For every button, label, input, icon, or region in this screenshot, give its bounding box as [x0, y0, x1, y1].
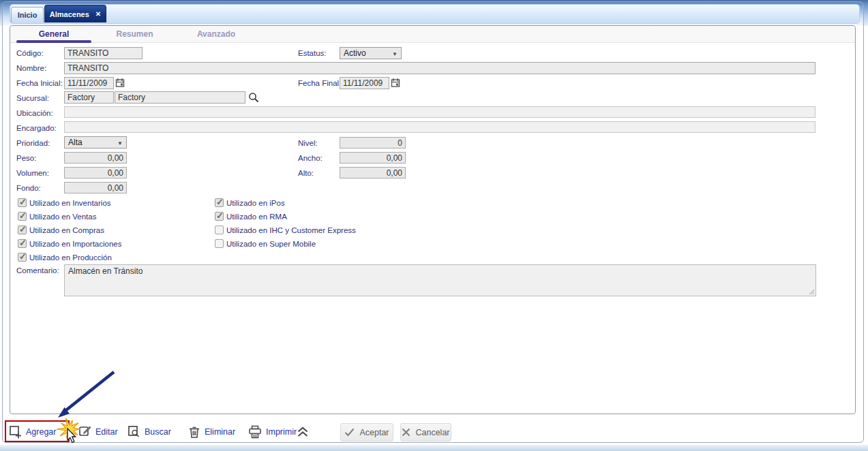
dropdown-arrow-icon	[117, 138, 123, 147]
checkbox-utilizado-produccion[interactable]	[18, 253, 27, 262]
editar-label: Editar	[95, 427, 118, 437]
checkbox-utilizado-inventarios[interactable]	[18, 198, 27, 207]
sucursal-code-field[interactable]	[64, 91, 114, 104]
imprimir-label: Imprimir	[266, 427, 297, 437]
sucursal-label: Sucursal:	[16, 94, 49, 102]
fecha-final-label: Fecha Final:	[298, 79, 341, 87]
codigo-field[interactable]	[64, 47, 143, 59]
calendar-icon[interactable]	[391, 78, 400, 88]
tab-resumen[interactable]: Resumen	[95, 26, 174, 42]
alto-field[interactable]	[340, 167, 406, 178]
form-panel	[10, 25, 856, 414]
printer-icon	[248, 425, 262, 439]
checkbox-label: Utilizado en Ventas	[29, 213, 96, 221]
close-tab-icon[interactable]: ✕	[95, 11, 101, 18]
prioridad-label: Prioridad:	[16, 139, 50, 147]
dropdown-arrow-icon	[392, 48, 398, 58]
checkbox-label: Utilizado en IHC y Customer Express	[226, 226, 356, 234]
estatus-value: Activo	[344, 48, 366, 58]
nivel-field[interactable]	[340, 137, 406, 149]
window-bottom-band	[0, 445, 868, 451]
checkbox-utilizado-ipos[interactable]	[215, 198, 224, 207]
tab-inicio-label: Inicio	[18, 11, 38, 19]
buscar-label: Buscar	[145, 427, 171, 437]
tab-inicio[interactable]: Inicio	[11, 7, 44, 22]
tab-strip	[10, 4, 860, 24]
codigo-label: Código:	[16, 49, 44, 57]
nombre-label: Nombre:	[16, 64, 46, 72]
fondo-label: Fondo:	[16, 184, 41, 192]
peso-label: Peso:	[16, 154, 36, 162]
checkbox-label: Utilizado en Producción	[29, 253, 112, 262]
prioridad-value: Alta	[68, 138, 83, 147]
volumen-field[interactable]	[64, 167, 127, 178]
checkbox-utilizado-ihc[interactable]	[215, 226, 224, 234]
fecha-inicial-field[interactable]	[64, 77, 114, 89]
lookup-magnifier-icon[interactable]	[248, 92, 259, 103]
checkbox-utilizado-ventas[interactable]	[18, 212, 27, 221]
eliminar-label: Eliminar	[205, 427, 235, 437]
tab-avanzado[interactable]: Avanzado	[176, 26, 256, 42]
nombre-field[interactable]	[64, 62, 815, 74]
agregar-label: Agregar	[26, 427, 56, 437]
edit-document-icon	[78, 425, 91, 438]
fecha-inicial-label: Fecha Inicial:	[16, 79, 63, 87]
sucursal-name-field[interactable]	[115, 91, 245, 104]
fecha-final-field[interactable]	[340, 77, 389, 89]
estatus-select[interactable]: Activo	[340, 47, 402, 59]
add-document-icon	[9, 425, 22, 439]
checkbox-utilizado-compras[interactable]	[18, 226, 27, 234]
check-icon	[344, 428, 355, 437]
alto-label: Alto:	[298, 169, 314, 177]
editar-button[interactable]: Editar	[78, 425, 118, 438]
checkbox-label: Utilizado en iPos	[226, 199, 285, 207]
cancelar-button[interactable]: Cancelar	[400, 423, 451, 441]
aceptar-button[interactable]: Aceptar	[340, 423, 393, 441]
cancelar-label: Cancelar	[415, 428, 449, 437]
checkbox-label: Utilizado en RMA	[226, 213, 287, 221]
nivel-label: Nivel:	[298, 139, 318, 147]
checkbox-label: Utilizado en Super Mobile	[226, 240, 316, 248]
tab-almacenes-label: Almacenes	[50, 10, 89, 18]
comentario-label: Comentario:	[16, 266, 59, 275]
checkbox-label: Utilizado en Importaciones	[29, 240, 122, 248]
comentario-field[interactable]: Almacén en Tránsito	[64, 264, 816, 296]
buscar-button[interactable]: Buscar	[128, 425, 171, 439]
agregar-button[interactable]: Agregar	[9, 425, 56, 439]
eliminar-button[interactable]: Eliminar	[188, 425, 235, 439]
encargado-label: Encargado:	[16, 124, 57, 132]
checkbox-utilizado-rma[interactable]	[215, 212, 224, 221]
checkbox-utilizado-super-mobile[interactable]	[215, 239, 224, 248]
tab-general[interactable]: General	[16, 26, 91, 42]
ubicacion-label: Ubicación:	[16, 109, 53, 117]
encargado-field[interactable]	[64, 121, 815, 133]
estatus-label: Estatus:	[298, 49, 327, 57]
search-document-icon	[128, 425, 140, 439]
ancho-label: Ancho:	[298, 154, 323, 162]
calendar-icon[interactable]	[115, 78, 125, 88]
checkbox-utilizado-importaciones[interactable]	[18, 239, 27, 248]
ancho-field[interactable]	[340, 152, 406, 164]
imprimir-button[interactable]: Imprimir	[248, 425, 297, 439]
ubicacion-field[interactable]	[64, 106, 815, 118]
checkbox-label: Utilizado en Inventarios	[29, 199, 111, 207]
checkbox-label: Utilizado en Compras	[29, 226, 104, 234]
volumen-label: Volumen:	[16, 169, 49, 177]
trash-icon	[188, 425, 200, 439]
fondo-field[interactable]	[64, 182, 127, 193]
tab-almacenes[interactable]: Almacenes ✕	[44, 5, 106, 22]
prioridad-select[interactable]: Alta	[64, 136, 127, 149]
aceptar-label: Aceptar	[359, 428, 389, 437]
x-icon	[402, 428, 410, 437]
chevron-double-up-icon[interactable]	[296, 426, 310, 438]
peso-field[interactable]	[64, 152, 127, 164]
